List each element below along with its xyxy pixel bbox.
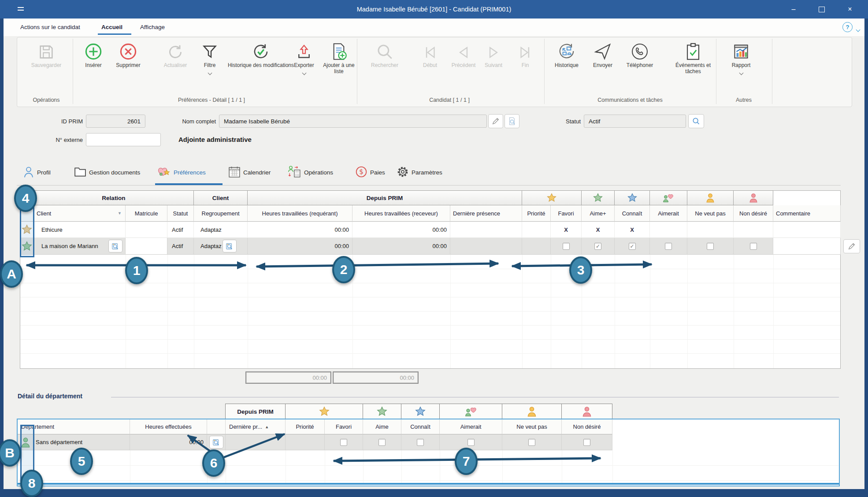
client-lookup-button[interactable]	[108, 240, 122, 252]
quick-access-icon[interactable]	[18, 7, 24, 11]
checkbox-aime[interactable]	[378, 439, 386, 446]
cell-non-desire[interactable]	[734, 222, 773, 238]
edit-name-button[interactable]	[488, 114, 503, 128]
cell-matricule-editable[interactable]	[126, 238, 167, 255]
col-header-heures-requerant[interactable]: Heures travaillées (requérant)	[248, 205, 352, 222]
rapport-button[interactable]: Rapport	[725, 39, 757, 76]
dept-cell-heures[interactable]: 00:00	[130, 434, 207, 450]
tab-preferences[interactable]: Préférences	[158, 161, 206, 183]
cell-commentaire[interactable]	[773, 222, 841, 238]
menu-accueil[interactable]: Accueil	[99, 20, 125, 33]
edit-comment-button[interactable]	[843, 239, 860, 253]
cell-heures-requerant[interactable]: 00:00	[248, 222, 352, 238]
cell-heures-requerant[interactable]: 00:00	[248, 238, 352, 255]
dept-col-connait[interactable]: Connaît	[401, 419, 440, 434]
col-header-favori[interactable]: Favori	[551, 205, 582, 222]
filter-dropdown-icon[interactable]: ▼	[118, 211, 125, 215]
cell-favori-x[interactable]: X	[551, 222, 582, 238]
col-header-aimerait[interactable]: Aimerait	[650, 205, 687, 222]
menu-actions-candidat[interactable]: Actions sur le candidat	[18, 20, 83, 33]
dept-col-departement[interactable]: Département	[18, 419, 130, 434]
ajouter-liste-button[interactable]: Ajouter à une liste	[320, 39, 357, 74]
historique-modifications-button[interactable]: Historique des modifications	[227, 39, 294, 68]
col-header-commentaire[interactable]: Commentaire	[773, 205, 841, 222]
supprimer-button[interactable]: Supprimer	[109, 39, 147, 68]
statut-lookup-button[interactable]	[688, 114, 704, 128]
no-externe-field[interactable]	[86, 133, 161, 146]
envoyer-button[interactable]: Envoyer	[586, 39, 620, 68]
col-header-aime[interactable]: Aime+	[582, 205, 615, 222]
menu-affichage[interactable]: Affichage	[137, 20, 167, 33]
cell-matricule[interactable]	[126, 222, 167, 238]
department-lookup-button[interactable]	[209, 436, 223, 449]
cell-heures-receveur[interactable]: 00:00	[352, 238, 450, 255]
dept-col-priorite[interactable]: Priorité	[286, 419, 325, 434]
help-dropdown-button[interactable]	[857, 25, 860, 33]
cell-commentaire-editable[interactable]	[773, 238, 841, 255]
col-header-client[interactable]: Client▼	[34, 205, 126, 222]
checkbox-favori[interactable]	[340, 439, 347, 446]
statut-field[interactable]: Actif	[584, 115, 686, 128]
cell-aime-x[interactable]: X	[582, 222, 615, 238]
cell-ne-veut-pas[interactable]	[687, 222, 734, 238]
cell-regroupement[interactable]: Adaptaz	[194, 238, 248, 255]
checkbox-aimerait[interactable]	[665, 243, 672, 250]
checkbox-aimerait[interactable]	[467, 439, 475, 446]
tab-paies[interactable]: $ Paies	[355, 161, 385, 183]
maximize-button[interactable]	[809, 0, 835, 19]
cell-priorite[interactable]	[522, 238, 551, 255]
checkbox-ne-veut-pas[interactable]	[707, 243, 714, 250]
col-header-matricule[interactable]: Matricule	[126, 205, 167, 222]
col-header-heures-receveur[interactable]: Heures travaillées (receveur)	[352, 205, 450, 222]
dept-col-favori[interactable]: Favori	[325, 419, 363, 434]
checkbox-connait-checked[interactable]: ✓	[629, 243, 636, 250]
dept-col-derniere-presence[interactable]: Dernière pr...▲	[226, 419, 286, 434]
minimize-button[interactable]: –	[781, 0, 806, 19]
telephoner-button[interactable]: Téléphoner	[618, 39, 662, 68]
preview-name-button[interactable]	[504, 114, 519, 128]
dept-col-non-desire[interactable]: Non désiré	[562, 419, 612, 434]
checkbox-non-desire[interactable]	[750, 243, 757, 250]
exporter-button[interactable]: Exporter	[286, 39, 322, 76]
cell-derniere-presence[interactable]	[450, 238, 522, 255]
inserer-button[interactable]: Insérer	[78, 39, 109, 68]
cell-regroupement[interactable]: Adaptaz	[194, 222, 248, 238]
id-prim-field[interactable]: 2601	[86, 115, 145, 128]
col-header-regroupement[interactable]: Regroupement	[194, 205, 248, 222]
help-button[interactable]: ?	[842, 22, 853, 32]
tab-parametres[interactable]: Paramètres	[397, 161, 442, 183]
cell-statut[interactable]: Actif	[167, 222, 194, 238]
col-header-connait[interactable]: Connaît	[615, 205, 650, 222]
dept-col-aime[interactable]: Aime	[363, 419, 401, 434]
filtre-button[interactable]: Filtre	[196, 39, 224, 76]
tab-gestion-documents[interactable]: Gestion documents	[74, 161, 140, 183]
checkbox-ne-veut-pas[interactable]	[528, 439, 535, 446]
evenements-taches-button[interactable]: Événements et tâches	[668, 39, 718, 74]
cell-aimerait[interactable]	[650, 222, 687, 238]
checkbox-favori[interactable]	[563, 243, 570, 250]
checkbox-non-desire[interactable]	[583, 439, 590, 446]
tab-operations[interactable]: Opérations	[287, 161, 333, 183]
historique-button[interactable]: Historique	[545, 39, 588, 68]
col-header-ne-veut-pas[interactable]: Ne veut pas	[687, 205, 734, 222]
col-header-derniere-presence[interactable]: Dernière présence	[450, 205, 522, 222]
dept-col-heures-effectuees[interactable]: Heures effectuées	[130, 419, 207, 434]
dept-cell-priorite[interactable]	[286, 434, 325, 450]
col-header-priorite[interactable]: Priorité	[522, 205, 551, 222]
tab-calendrier[interactable]: Calendrier	[228, 161, 271, 183]
cell-statut[interactable]: Actif	[167, 238, 194, 255]
col-header-statut[interactable]: Statut	[167, 205, 194, 222]
cell-heures-receveur[interactable]: 00:00	[352, 222, 450, 238]
checkbox-connait[interactable]	[417, 439, 424, 446]
tab-profil[interactable]: Profil	[23, 161, 51, 183]
col-header-non-desire[interactable]: Non désiré	[734, 205, 773, 222]
dept-cell-derniere-presence[interactable]	[226, 434, 286, 450]
close-button[interactable]: ×	[837, 0, 863, 19]
dept-col-aimerait[interactable]: Aimerait	[440, 419, 502, 434]
cell-priorite[interactable]	[522, 222, 551, 238]
cell-connait-x[interactable]: X	[615, 222, 650, 238]
nom-complet-field[interactable]: Madame Isabelle Bérubé	[219, 115, 487, 128]
checkbox-aime-checked[interactable]: ✓	[594, 243, 601, 250]
dept-col-ne-veut-pas[interactable]: Ne veut pas	[502, 419, 562, 434]
cell-client[interactable]: Ethicure	[34, 222, 126, 238]
